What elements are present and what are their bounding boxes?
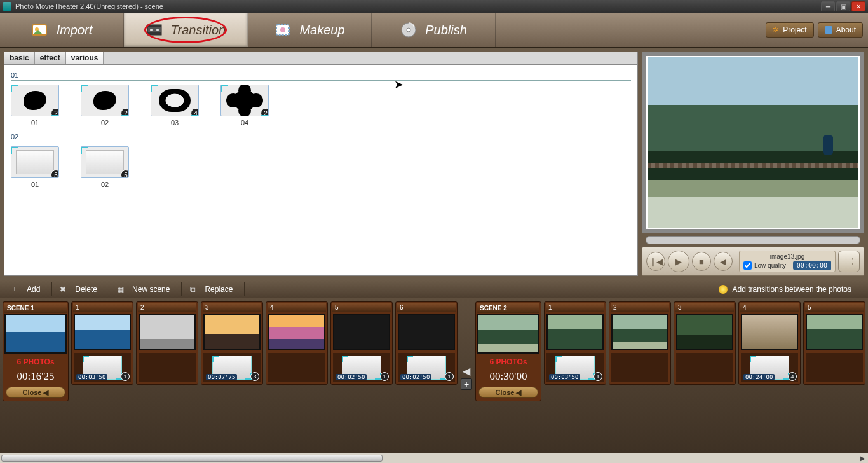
insert-control: ◀+ [460,365,473,390]
about-button[interactable]: About [818,22,863,38]
subtab-basic[interactable]: basic [4,52,35,64]
scene-close-button[interactable]: Close ◀ [478,387,538,398]
plus-icon: ＋ [10,285,19,294]
gear-icon: ✲ [773,25,779,34]
transition-thumb[interactable]: 501 [11,146,59,188]
library-body: 0120120240320402501502➤ [4,65,637,275]
transition-thumb[interactable]: 202 [81,85,129,127]
clip[interactable]: 100:03'501 [544,301,606,385]
replace-button[interactable]: ⧉Replace [182,282,245,296]
thumb-label: 01 [31,119,39,127]
scene-card[interactable]: SCENE 16 PHOTOs00:16'25Close ◀ [3,301,69,401]
scene-title: SCENE 2 [477,303,539,313]
thumb-shape-icon [16,150,54,174]
svg-point-8 [280,27,285,32]
scene-card[interactable]: SCENE 26 PHOTOs00:30'00Close ◀ [475,301,541,401]
timeline[interactable]: SCENE 16 PHOTOs00:16'25Close ◀100:03'501… [0,298,868,453]
clip-transition-slot[interactable]: 00:02'501 [333,353,390,382]
clip[interactable]: 3 [674,301,736,385]
project-button[interactable]: ✲ Project [766,22,813,38]
svg-point-6 [156,29,159,31]
clip[interactable]: 4 [266,301,328,385]
thumb-preview: 2 [220,85,269,116]
clip-transition-slot[interactable] [268,353,325,382]
insert-scene-button[interactable]: + [461,378,472,390]
thumb-badge: 2 [261,108,269,116]
minimize-button[interactable]: ━ [821,1,835,11]
scroll-right-button[interactable]: ▶ [858,453,868,463]
tab-makeup[interactable]: Makeup [248,13,372,47]
thumb-row: 501502 [11,146,631,188]
collapse-left-icon[interactable]: ◀ [463,365,470,377]
project-button-label: Project [783,25,806,34]
tab-transition[interactable]: Transition [124,13,248,47]
newscene-button[interactable]: ▦New scene [109,282,182,296]
clip[interactable]: 100:03'501 [71,301,133,385]
next-button[interactable]: ◀ [714,252,733,271]
clip-thumbnail [333,314,390,350]
tab-import[interactable]: Import [0,13,124,47]
subtab-effect[interactable]: effect [35,52,66,64]
stop-button[interactable]: ■ [692,252,711,271]
clip-timecode: 00:07'75 [206,374,237,380]
publish-icon [400,21,417,39]
svg-point-10 [407,28,410,32]
low-quality-toggle[interactable]: Low quality [743,261,786,270]
subtab-various[interactable]: various [66,52,104,64]
clip-transition-slot[interactable]: 00:07'753 [203,353,261,382]
clip-transition-slot[interactable]: 00:03'501 [546,353,604,382]
thumb-badge: 2 [51,108,59,116]
play-button[interactable]: ▶ [668,251,689,272]
prev-button[interactable]: ❙◀ [646,252,665,271]
clip-thumbnail [546,314,604,350]
tab-import-label: Import [57,23,93,38]
titlebar: Photo MovieTheater 2.40(Unregistered) - … [0,0,868,13]
clip[interactable]: 300:07'753 [201,301,263,385]
clip[interactable]: 400:24'004 [738,301,801,385]
thumb-label: 03 [171,119,179,127]
clip-number: 5 [805,303,864,312]
add-button[interactable]: ＋Add [4,282,52,296]
replace-label: Replace [205,285,233,294]
transition-thumb[interactable]: 204 [220,85,269,127]
clip[interactable]: 600:02'501 [395,301,458,385]
thumb-preview: 4 [151,85,199,116]
clip-transition-slot[interactable] [676,353,733,382]
scene-close-button[interactable]: Close ◀ [6,387,65,398]
delete-button[interactable]: ✖Delete [52,282,109,296]
preview-scrollbar[interactable] [646,236,860,244]
fullscreen-button[interactable]: ⛶ [838,251,860,272]
timeline-scrollbar[interactable]: ◀ ▶ [0,453,868,463]
preview-filename: image13.jpg [743,253,831,260]
clip-transition-slot[interactable]: 00:03'501 [74,353,131,382]
clip[interactable]: 2 [609,301,671,385]
tab-publish[interactable]: Publish [372,13,496,47]
group-label: 01 [11,71,631,79]
clip[interactable]: 500:02'501 [330,301,393,385]
transition-thumb[interactable]: 403 [151,85,199,127]
info-icon [825,26,832,34]
close-button[interactable]: ✕ [851,1,865,11]
thumb-label: 01 [31,181,39,188]
clip-transition-slot[interactable]: 00:24'004 [741,353,798,382]
clip[interactable]: 5 [803,301,865,385]
clip[interactable]: 2 [136,301,198,385]
clip-transition-slot[interactable] [611,353,668,382]
clip-transition-slot[interactable] [806,353,863,382]
clip-transition-slot[interactable]: 00:02'501 [398,353,455,382]
transition-thumb[interactable]: 502 [81,146,129,188]
clip-transition-slot[interactable] [139,353,196,382]
thumb-shape-icon [24,91,46,110]
transition-thumb[interactable]: 201 [11,85,59,127]
x-icon: ✖ [58,285,67,294]
low-quality-checkbox[interactable] [743,261,752,270]
tab-transition-label: Transition [171,23,226,38]
maximize-button[interactable]: ▣ [836,1,850,11]
transition-icon [146,21,163,39]
group-divider [11,80,631,81]
thumb-shape-icon [86,150,124,174]
scroll-thumb[interactable] [1,455,383,462]
mid-row: basic effect various 0120120240320402501… [0,48,868,280]
preview-timecode: 00:00:00 [793,261,831,270]
clip-thumbnail [398,314,455,350]
